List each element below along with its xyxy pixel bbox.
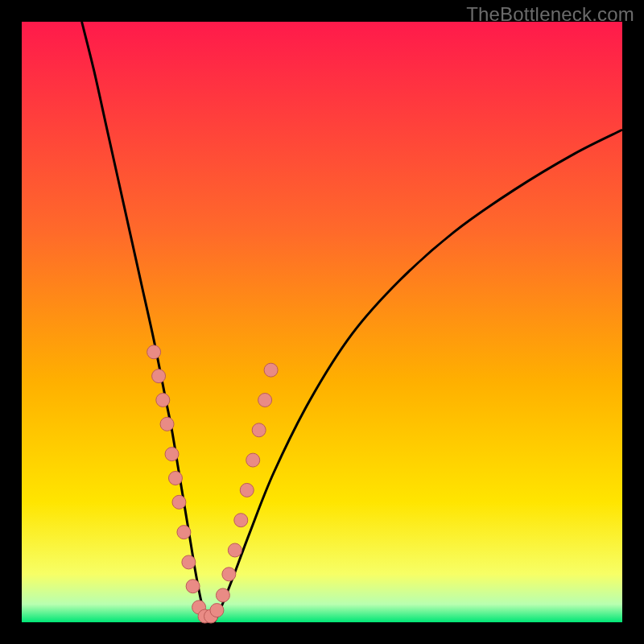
data-marker — [228, 543, 242, 557]
data-marker — [264, 363, 278, 377]
data-marker — [156, 393, 170, 407]
data-marker — [172, 495, 186, 509]
data-marker — [160, 417, 174, 431]
data-marker — [240, 483, 254, 497]
curve-svg — [22, 22, 622, 622]
data-marker — [177, 526, 191, 539]
watermark-text: TheBottleneck.com — [466, 3, 634, 26]
data-marker — [216, 588, 229, 602]
data-marker — [246, 453, 260, 467]
data-marker — [147, 345, 161, 359]
data-marker — [210, 604, 224, 617]
plot-area — [22, 22, 622, 622]
data-marker — [234, 514, 248, 527]
bottleneck-curve-path — [82, 22, 622, 624]
data-marker — [165, 448, 179, 461]
data-marker — [258, 393, 272, 407]
data-marker — [152, 369, 166, 383]
data-marker — [222, 568, 236, 581]
data-marker — [186, 580, 200, 593]
chart-frame: TheBottleneck.com — [0, 0, 644, 644]
data-marker — [168, 471, 182, 485]
marker-group — [147, 345, 278, 623]
data-marker — [252, 423, 266, 437]
data-marker — [182, 555, 196, 569]
